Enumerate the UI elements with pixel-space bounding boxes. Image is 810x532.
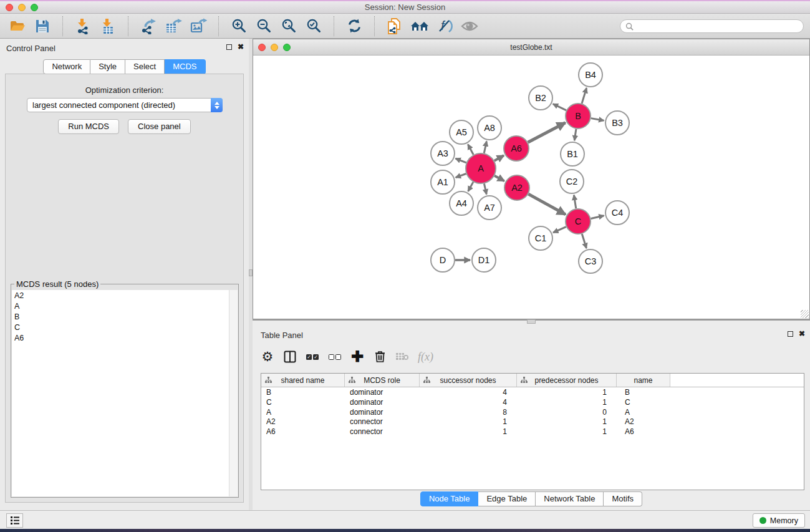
table-mode-gear-icon[interactable]: ⚙ <box>261 349 274 365</box>
result-scrollbar[interactable] <box>229 290 238 496</box>
eye-icon[interactable] <box>457 16 482 37</box>
table-cell[interactable]: 4 <box>420 397 517 407</box>
graph-edge-B-B2[interactable] <box>553 104 566 110</box>
export-table-icon[interactable] <box>161 16 186 37</box>
table-cell[interactable]: dominator <box>345 397 420 407</box>
close-panel-button[interactable]: Close panel <box>128 119 191 134</box>
search-input[interactable] <box>634 22 803 31</box>
result-item[interactable]: B <box>12 311 229 322</box>
network-window-titlebar[interactable]: testGlobe.txt <box>253 39 809 56</box>
resize-grip[interactable] <box>801 310 809 318</box>
node-table[interactable]: shared nameMCDS rolesuccessor nodesprede… <box>261 373 804 490</box>
graph-edge-A-A5[interactable] <box>468 144 473 155</box>
table-cell[interactable]: 1 <box>420 427 517 437</box>
table-cell[interactable]: 4 <box>420 387 517 397</box>
table-cell[interactable]: A2 <box>617 417 670 427</box>
column-header[interactable]: successor nodes <box>420 374 517 387</box>
column-header[interactable]: name <box>617 374 670 387</box>
close-panel-icon[interactable]: ✖ <box>799 331 805 337</box>
zoom-out-icon[interactable] <box>251 16 276 37</box>
result-item[interactable]: C <box>12 322 229 332</box>
table-row[interactable]: Bdominator41B <box>261 387 804 397</box>
table-cell[interactable]: 1 <box>517 417 617 427</box>
result-item[interactable]: A <box>12 301 229 311</box>
table-cell[interactable]: C <box>617 397 670 407</box>
memory-button[interactable]: Memory <box>753 513 805 528</box>
table-cell[interactable]: A2 <box>261 417 345 427</box>
table-cell[interactable]: A <box>617 407 670 417</box>
table-cell[interactable]: dominator <box>345 407 420 417</box>
graph-edge-A-A8[interactable] <box>484 142 486 153</box>
delete-icon[interactable] <box>373 349 387 365</box>
table-cell[interactable]: B <box>617 387 670 397</box>
tab-network[interactable]: Network <box>43 59 90 74</box>
network-graph[interactable]: B4B2BB3A5A8A6A3B1AA1C2A2A4A7C4CC1C3DD1 <box>253 56 809 319</box>
graph-edge-C-C1[interactable] <box>553 227 566 233</box>
result-item[interactable]: A2 <box>12 290 229 301</box>
zoom-in-icon[interactable] <box>226 16 251 37</box>
graph-edge-A-A2[interactable] <box>494 176 504 181</box>
graph-edge-A-A6[interactable] <box>494 155 504 161</box>
tab-motifs[interactable]: Motifs <box>604 491 642 506</box>
select-all-icon[interactable]: ✓✓ <box>306 349 319 365</box>
table-cell[interactable]: C <box>261 397 345 407</box>
search-field[interactable] <box>620 19 804 33</box>
open-session-icon[interactable] <box>5 16 30 37</box>
save-session-icon[interactable] <box>30 16 55 37</box>
table-cell[interactable]: A6 <box>617 427 670 437</box>
table-row[interactable]: Cdominator41C <box>261 397 804 407</box>
table-cell[interactable]: B <box>261 387 345 397</box>
close-panel-icon[interactable]: ✖ <box>238 44 244 50</box>
graph-edge-A-A4[interactable] <box>468 182 473 191</box>
tab-network-table[interactable]: Network Table <box>536 491 604 506</box>
panel-divider-horizontal[interactable] <box>253 319 810 326</box>
run-mcds-button[interactable]: Run MCDS <box>58 119 119 134</box>
network-canvas[interactable]: B4B2BB3A5A8A6A3B1AA1C2A2A4A7C4CC1C3DD1 <box>253 56 809 319</box>
table-row[interactable]: A2connector11A2 <box>261 417 804 427</box>
graph-edge-C-C3[interactable] <box>582 234 586 248</box>
tab-mcds[interactable]: MCDS <box>165 59 205 74</box>
new-network-from-selection-icon[interactable] <box>382 16 407 37</box>
graph-edge-B-B1[interactable] <box>574 129 576 140</box>
tab-style[interactable]: Style <box>90 59 125 74</box>
table-cell[interactable]: 8 <box>420 407 517 417</box>
tab-edge-table[interactable]: Edge Table <box>478 491 536 506</box>
column-header[interactable]: MCDS role <box>345 374 420 387</box>
table-cell[interactable]: 1 <box>517 427 617 437</box>
export-image-icon[interactable] <box>186 16 211 37</box>
zoom-fit-icon[interactable] <box>276 16 301 37</box>
function-toggle-icon[interactable]: f <box>432 16 457 37</box>
table-cell[interactable]: 1 <box>517 387 617 397</box>
float-panel-icon[interactable] <box>226 44 232 50</box>
table-cell[interactable]: A6 <box>261 427 345 437</box>
export-network-icon[interactable] <box>136 16 161 37</box>
table-cell[interactable]: 1 <box>420 417 517 427</box>
graph-edge-C-C2[interactable] <box>574 195 576 209</box>
graph-edge-A-A1[interactable] <box>456 173 466 177</box>
column-header[interactable]: shared name <box>261 374 345 387</box>
divider-handle[interactable] <box>527 319 536 324</box>
double-home-icon[interactable] <box>407 16 432 37</box>
import-table-icon[interactable] <box>95 16 120 37</box>
unselect-all-icon[interactable] <box>328 349 342 365</box>
table-cell[interactable]: connector <box>345 427 420 437</box>
graph-edge-C-C4[interactable] <box>591 216 604 219</box>
graph-edge-B-B4[interactable] <box>582 88 587 104</box>
float-panel-icon[interactable] <box>788 331 793 337</box>
table-row[interactable]: Adominator80A <box>261 407 804 417</box>
table-cell[interactable]: connector <box>345 417 420 427</box>
task-history-button[interactable] <box>6 513 23 528</box>
graph-edge-A-A3[interactable] <box>455 158 466 163</box>
table-cell[interactable]: A <box>261 407 345 417</box>
show-columns-icon[interactable] <box>283 349 297 365</box>
table-row[interactable]: A6connector11A6 <box>261 427 804 437</box>
tab-select[interactable]: Select <box>125 59 165 74</box>
table-cell[interactable]: 1 <box>517 397 617 407</box>
graph-edge-A-A7[interactable] <box>484 183 486 194</box>
graph-edge-B-B3[interactable] <box>591 118 604 121</box>
criterion-dropdown[interactable]: largest connected component (directed) <box>27 98 223 112</box>
table-cell[interactable]: dominator <box>345 387 420 397</box>
refresh-icon[interactable] <box>342 16 367 37</box>
tab-node-table[interactable]: Node Table <box>420 491 479 506</box>
graph-edge-A2-C[interactable] <box>528 194 565 215</box>
